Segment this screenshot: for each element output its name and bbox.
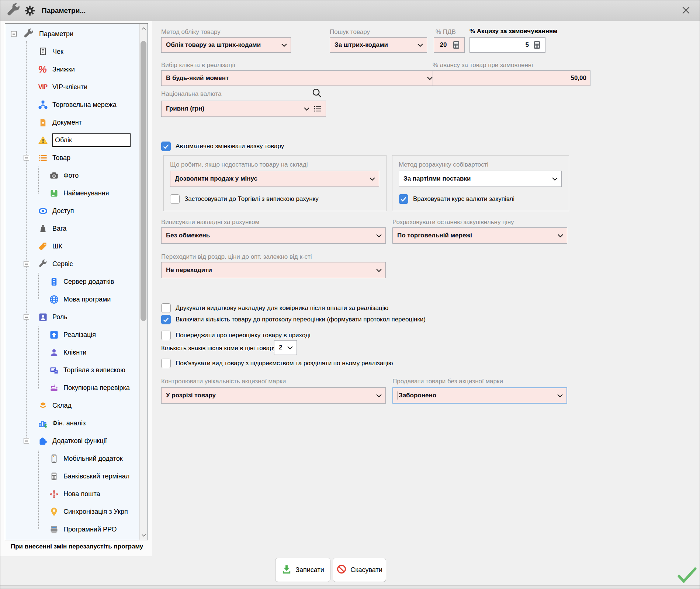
product-search-label: Пошук товару [330, 28, 370, 36]
sidebar-item-parametry[interactable]: Параметри [5, 25, 148, 43]
search-icon[interactable] [311, 87, 322, 100]
sidebar-item-kliienty[interactable]: Клієнти [5, 344, 148, 361]
chart-icon: $ [38, 418, 48, 428]
sidebar-item-realizatsiia[interactable]: Реалізація [5, 326, 148, 344]
sidebar-item-rol[interactable]: Роль [5, 308, 148, 326]
sidebar-item-dokument[interactable]: Документ [5, 114, 148, 131]
sidebar-item-vaha[interactable]: Вага [5, 220, 148, 237]
sidebar-item-synkhronizatsiia[interactable]: Синхронізація з Укрп [5, 503, 148, 520]
decimals-select[interactable]: 2 [274, 340, 297, 355]
checkbox-icon [161, 331, 171, 340]
national-currency-select[interactable]: Гривня (грн) [161, 101, 326, 117]
vat-label: % ПДВ [436, 28, 456, 36]
confirm-check-icon[interactable] [678, 567, 697, 585]
invoices-by-account-select[interactable]: Без обмежень [161, 227, 386, 244]
sidebar-item-servis[interactable]: Сервіс [5, 255, 148, 273]
national-currency-label: Національна валюта [161, 90, 222, 98]
tree-expander[interactable] [11, 31, 17, 37]
product-accounting-select[interactable]: Облік товару за штрих-кодами [161, 37, 291, 53]
close-button[interactable] [680, 5, 692, 16]
phone-icon [49, 453, 59, 464]
tree-expander[interactable] [24, 155, 29, 161]
sidebar-item-server-dodatkiv[interactable]: Сервер додатків [5, 273, 148, 290]
checkbox-apply-invoice-trade[interactable]: Застосовувати до Торгівлі з випискою рах… [170, 194, 319, 204]
stock-shortage-select[interactable]: Дозволити продаж у мінус [170, 171, 379, 187]
stock-shortage-label: Що робити, якщо недостатньо товару на ск… [170, 161, 308, 168]
sidebar-item-bankivskyi-terminal[interactable]: Банківський термінал [5, 467, 148, 485]
gear-icon [24, 5, 36, 17]
cost-method-select[interactable]: За партіями поставки [399, 171, 562, 187]
checkbox-warn-revaluation[interactable]: Попереджати про переоцінку товару в прих… [161, 331, 311, 340]
save-button[interactable]: Записати [275, 558, 330, 582]
cancel-button[interactable]: Скасувати [333, 558, 386, 582]
retail-to-wholesale-select[interactable]: Не переходити [161, 262, 386, 278]
calculator-icon[interactable] [452, 41, 461, 49]
sidebar-item-tovar[interactable]: Товар [5, 149, 148, 167]
scroll-down-icon[interactable] [140, 532, 148, 539]
sell-without-excise-label: Продавати товари без акцизної марки [392, 378, 503, 385]
cost-method-label: Метод розрахунку собівартості [399, 161, 488, 168]
window-title: Параметри... [42, 7, 86, 15]
sidebar-item-dostup[interactable]: Доступ [5, 202, 148, 220]
product-search-select[interactable]: За штрих-кодами [330, 37, 427, 53]
vip-icon: VIP [38, 82, 48, 92]
sidebar-item-mobilnyi-dodatok[interactable]: Мобільний додаток [5, 450, 148, 467]
window-bottom-edge [0, 585, 700, 589]
checkbox-icon [161, 359, 171, 368]
chevron-down-icon [287, 346, 293, 349]
sidebar-item-fin-analiz[interactable]: $ Фін. аналіз [5, 414, 148, 432]
last-purchase-price-select[interactable]: По торговельній мережі [392, 227, 567, 244]
sidebar-item-dodatkovi-funktsii[interactable]: Додаткові функції [5, 432, 148, 450]
sidebar-item-torhovelna-merezha[interactable]: Торговельна мережа [5, 96, 148, 114]
currency-list-icon[interactable] [313, 104, 322, 113]
sidebar-item-sklad[interactable]: Склад [5, 397, 148, 414]
sidebar-item-prohramnyi-rro[interactable]: Програмний РРО [5, 520, 148, 538]
layers-icon [38, 400, 48, 411]
chevron-down-icon [558, 234, 563, 237]
sidebar-item-nova-poshta[interactable]: Нова пошта [5, 485, 148, 503]
invoices-by-account-label: Виписувати накладні за рахунком [161, 219, 259, 226]
globe-icon [49, 294, 59, 304]
restart-note: При внесенні змін перезапустіть програму [11, 543, 143, 550]
vat-input[interactable]: 20 [434, 37, 465, 53]
chevron-down-icon [376, 269, 382, 272]
sell-without-excise-select[interactable]: Заборонено [392, 387, 567, 404]
excise-default-label: % Акцизу за замовчуванням [469, 28, 557, 35]
excise-uniqueness-select[interactable]: У розрізі товару [161, 387, 386, 404]
tree-expander[interactable] [24, 314, 29, 320]
camera-icon [49, 170, 59, 181]
calculator-icon[interactable] [533, 41, 541, 49]
scrollbar-thumb[interactable] [141, 41, 146, 321]
checkbox-exchange-rate[interactable]: Враховувати курс валюти закупівлі [399, 194, 514, 204]
tree-scrollbar[interactable] [139, 24, 147, 540]
puzzle-icon [38, 436, 48, 446]
checkbox-auto-rename[interactable]: Автоматично змінювати назву товару [161, 142, 284, 151]
tree-expander[interactable] [24, 261, 29, 267]
sidebar-item-vip-kliienty[interactable]: VIP VIP-клієнти [5, 78, 148, 96]
sidebar-item-mova-prohramy[interactable]: Мова програми [5, 290, 148, 308]
product-accounting-label: Метод обліку товару [161, 28, 221, 36]
sidebar-item-torhivlia-z-vypyskoiu[interactable]: Торгівля з випискою [5, 361, 148, 379]
scroll-up-icon[interactable] [140, 25, 148, 32]
tree-expander[interactable] [24, 438, 29, 444]
checkbox-link-product-kind[interactable]: Пов'язувати вид товару з підприємством т… [161, 359, 393, 368]
pin-icon [49, 506, 59, 517]
sidebar-item-foto[interactable]: Фото [5, 167, 148, 184]
tag-icon [38, 241, 48, 251]
checkbox-include-qty[interactable]: Включати кількість товару до протоколу п… [161, 315, 426, 324]
sidebar-item-pokupiurna-perevirka[interactable]: Покупюрна перевірка [5, 379, 148, 397]
checkbox-print-invoice[interactable]: Друкувати видаткову накладну для комірни… [161, 303, 388, 313]
sidebar-item-shk[interactable]: ШК [5, 237, 148, 255]
prohibition-icon [336, 564, 347, 576]
sidebar-item-chek[interactable]: Чек [5, 43, 148, 60]
network-icon [38, 100, 48, 110]
advance-percent-input[interactable]: 50,00 [433, 70, 590, 86]
sidebar-item-naimenuvannia[interactable]: Найменування [5, 184, 148, 202]
sidebar-item-znyzhky[interactable]: % Знижки [5, 60, 148, 78]
sidebar-item-oblik[interactable]: Облік [5, 131, 148, 149]
document-icon [38, 117, 48, 128]
chevron-down-icon [552, 177, 558, 181]
decimals-label: Кількість знаків після коми в ціні товар… [161, 345, 276, 352]
client-selection-select[interactable]: В будь-який момент [161, 70, 437, 86]
excise-default-input[interactable]: 5 [469, 37, 545, 53]
